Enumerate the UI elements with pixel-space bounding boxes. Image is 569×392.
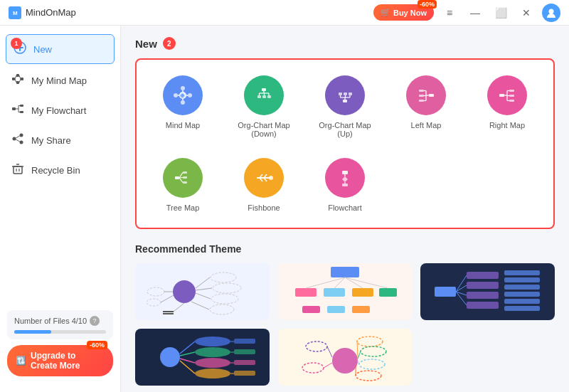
template-org-chart-up[interactable]: Org-Chart Map (Up)	[310, 71, 380, 142]
right-map-icon-circle	[487, 75, 527, 115]
rec-theme-1[interactable]	[135, 263, 270, 320]
svg-rect-70	[509, 90, 514, 92]
svg-line-120	[306, 277, 345, 288]
mind-map-label: Mind Map	[166, 121, 200, 129]
svg-point-33	[181, 86, 185, 90]
flowchart-label: Flowchart	[328, 203, 362, 212]
svg-line-161	[357, 341, 358, 357]
tree-map-icon-circle	[163, 158, 203, 198]
org-chart-up-icon-circle	[325, 75, 365, 115]
svg-point-159	[359, 359, 385, 369]
svg-point-106	[147, 299, 161, 306]
templates-grid: ⊕ Mind Map	[148, 71, 542, 216]
rec-theme-3[interactable]	[420, 263, 555, 320]
svg-line-145	[180, 352, 195, 356]
svg-line-108	[161, 295, 174, 302]
svg-point-35	[181, 100, 185, 105]
svg-line-136	[456, 285, 467, 292]
svg-rect-6	[12, 78, 15, 80]
svg-rect-148	[234, 339, 255, 344]
svg-rect-9	[21, 78, 23, 80]
menu-button[interactable]: ≡	[440, 3, 459, 23]
svg-rect-150	[234, 360, 255, 365]
svg-point-98	[213, 283, 241, 293]
template-flowchart[interactable]: Flowchart	[310, 154, 380, 216]
minimize-button[interactable]: —	[465, 3, 485, 23]
rec-theme-5[interactable]	[278, 329, 413, 386]
svg-rect-116	[379, 288, 397, 297]
sidebar-item-recycle-bin[interactable]: Recycle Bin	[0, 155, 120, 185]
svg-point-141	[195, 347, 230, 357]
sidebar: 1 New	[0, 26, 121, 392]
right-map-label: Right Map	[489, 121, 525, 129]
svg-rect-119	[352, 306, 370, 313]
rec-theme-2[interactable]	[278, 263, 413, 320]
sidebar-item-my-flowchart[interactable]: My Flowchart	[0, 95, 120, 125]
svg-line-11	[15, 79, 16, 83]
svg-text:M: M	[13, 10, 18, 16]
svg-rect-115	[352, 288, 373, 297]
svg-rect-8	[16, 81, 19, 84]
svg-rect-54	[349, 92, 352, 95]
svg-rect-81	[183, 181, 187, 184]
svg-rect-126	[467, 282, 499, 289]
titlebar-right: 🛒 Buy Now -60% ≡ — ⬜ ✕	[373, 3, 560, 23]
upgrade-button[interactable]: 🔃 Upgrade to Create More -60%	[7, 345, 113, 376]
svg-rect-112	[331, 267, 359, 277]
app-title: MindOnMap	[26, 7, 76, 18]
svg-line-167	[327, 346, 332, 357]
template-right-map[interactable]: Right Map	[472, 71, 542, 142]
svg-point-143	[195, 369, 230, 378]
fishbone-label: Fishbone	[248, 203, 280, 212]
svg-rect-53	[344, 92, 347, 95]
sidebar-item-my-share[interactable]: My Share	[0, 125, 120, 155]
svg-rect-42	[262, 88, 266, 91]
sidebar-new-label: New	[33, 44, 52, 55]
svg-line-122	[345, 277, 363, 288]
sidebar-item-new[interactable]: 1 New	[6, 34, 115, 64]
close-button[interactable]: ✕	[516, 3, 536, 23]
file-count-text: Number of Files 4/10	[14, 317, 87, 325]
svg-rect-127	[467, 292, 499, 299]
content-area: New 2	[121, 26, 569, 392]
titlebar: M MindOnMap 🛒 Buy Now -60% ≡ — ⬜ ✕	[0, 0, 569, 26]
titlebar-left: M MindOnMap	[9, 6, 76, 19]
template-fishbone[interactable]: Fishbone	[229, 154, 299, 216]
svg-rect-118	[327, 306, 345, 313]
main-layout: 1 New	[0, 26, 569, 392]
svg-point-23	[13, 137, 16, 141]
org-chart-down-icon-circle	[244, 75, 284, 115]
svg-rect-62	[419, 95, 424, 97]
svg-point-166	[302, 363, 324, 373]
avatar[interactable]	[542, 4, 560, 22]
svg-point-99	[211, 294, 238, 304]
svg-rect-125	[467, 272, 499, 279]
svg-rect-129	[504, 270, 540, 275]
svg-rect-63	[419, 100, 424, 102]
template-mind-map[interactable]: ⊕ Mind Map	[148, 71, 218, 142]
sidebar-flowchart-label: My Flowchart	[31, 105, 86, 116]
svg-rect-149	[234, 349, 255, 354]
svg-point-97	[211, 272, 236, 282]
svg-rect-134	[504, 306, 540, 311]
sidebar-item-my-mind-map[interactable]: My Mind Map	[0, 65, 120, 95]
svg-line-12	[19, 75, 21, 79]
svg-point-156	[332, 348, 358, 374]
svg-rect-69	[499, 94, 504, 97]
maximize-button[interactable]: ⬜	[491, 3, 511, 23]
svg-point-90	[269, 176, 273, 180]
template-org-chart-down[interactable]: Org-Chart Map (Down)	[229, 71, 299, 142]
svg-rect-93	[342, 184, 348, 186]
template-tree-map[interactable]: Tree Map	[148, 154, 218, 216]
svg-point-96	[173, 280, 196, 303]
help-icon[interactable]: ?	[90, 316, 100, 326]
rec-theme-4[interactable]	[135, 329, 270, 386]
svg-point-24	[20, 141, 23, 144]
template-left-map[interactable]: Left Map	[391, 71, 461, 142]
svg-rect-133	[504, 299, 540, 304]
left-map-label: Left Map	[411, 121, 442, 129]
buy-now-button[interactable]: 🛒 Buy Now -60%	[373, 4, 434, 21]
app-logo: M	[9, 6, 21, 19]
svg-rect-113	[295, 288, 317, 297]
svg-rect-61	[419, 90, 424, 92]
